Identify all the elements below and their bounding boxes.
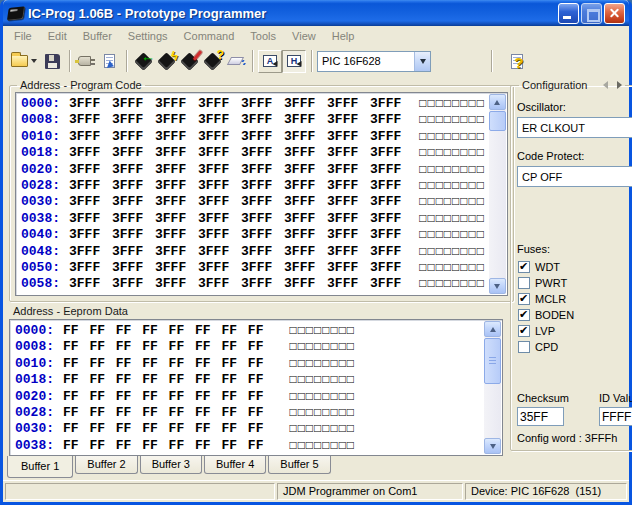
eeprom-row[interactable]: 0028: FF FF FF FF FF FF FF FF □□□□□□□□ xyxy=(15,405,480,421)
row-hex-values[interactable]: 3FFF 3FFF 3FFF 3FFF 3FFF 3FFF 3FFF 3FFF xyxy=(69,145,401,161)
program-code-scrollbar[interactable] xyxy=(489,94,506,294)
row-hex-values[interactable]: FF FF FF FF FF FF FF FF xyxy=(63,405,263,421)
row-hex-values[interactable]: FF FF FF FF FF FF FF FF xyxy=(63,323,263,339)
fuse-row[interactable]: BODEN xyxy=(518,307,632,323)
program-code-row[interactable]: 0028: 3FFF 3FFF 3FFF 3FFF 3FFF 3FFF 3FFF… xyxy=(21,178,485,194)
program-code-row[interactable]: 0000: 3FFF 3FFF 3FFF 3FFF 3FFF 3FFF 3FFF… xyxy=(21,96,485,112)
code-protect-value[interactable] xyxy=(518,167,632,186)
program-code-list[interactable]: 0000: 3FFF 3FFF 3FFF 3FFF 3FFF 3FFF 3FFF… xyxy=(15,92,508,296)
checkbox[interactable] xyxy=(518,261,530,273)
options-button[interactable] xyxy=(98,50,121,73)
row-hex-values[interactable]: 3FFF 3FFF 3FFF 3FFF 3FFF 3FFF 3FFF 3FFF xyxy=(69,260,401,276)
oscillator-value[interactable] xyxy=(518,118,632,137)
minimize-button[interactable] xyxy=(558,3,579,24)
hardware-settings-button[interactable] xyxy=(75,50,98,73)
row-hex-values[interactable]: 3FFF 3FFF 3FFF 3FFF 3FFF 3FFF 3FFF 3FFF xyxy=(69,96,401,112)
hex-view-button[interactable]: H xyxy=(282,50,306,73)
fuse-row[interactable]: CPD xyxy=(518,339,632,355)
program-code-row[interactable]: 0008: 3FFF 3FFF 3FFF 3FFF 3FFF 3FFF 3FFF… xyxy=(21,112,485,128)
checkbox[interactable] xyxy=(518,293,530,305)
row-hex-values[interactable]: FF FF FF FF FF FF FF FF xyxy=(63,389,263,405)
row-hex-values[interactable]: 3FFF 3FFF 3FFF 3FFF 3FFF 3FFF 3FFF 3FFF xyxy=(69,211,401,227)
row-hex-values[interactable]: FF FF FF FF FF FF FF FF xyxy=(63,438,263,454)
maximize-button[interactable] xyxy=(581,3,602,24)
checksum-field[interactable] xyxy=(517,407,564,426)
buffer-tab[interactable]: Buffer 5 xyxy=(268,456,330,474)
eeprom-row[interactable]: 0010: FF FF FF FF FF FF FF FF □□□□□□□□ xyxy=(15,356,480,372)
fuse-row[interactable]: LVP xyxy=(518,323,632,339)
row-hex-values[interactable]: 3FFF 3FFF 3FFF 3FFF 3FFF 3FFF 3FFF 3FFF xyxy=(69,244,401,260)
open-dropdown-icon[interactable] xyxy=(31,59,37,63)
fuse-row[interactable]: WDT xyxy=(518,259,632,275)
scroll-down-button[interactable] xyxy=(489,278,506,294)
buffer-tab[interactable]: Buffer 3 xyxy=(140,456,202,474)
buffer-tab[interactable]: Buffer 2 xyxy=(75,456,137,474)
buffer-tab[interactable]: Buffer 1 xyxy=(7,456,73,478)
row-hex-values[interactable]: FF FF FF FF FF FF FF FF xyxy=(63,421,263,437)
row-hex-values[interactable]: FF FF FF FF FF FF FF FF xyxy=(63,372,263,388)
scroll-thumb[interactable] xyxy=(484,338,501,384)
program-code-row[interactable]: 0030: 3FFF 3FFF 3FFF 3FFF 3FFF 3FFF 3FFF… xyxy=(21,194,485,210)
menu-item[interactable]: File xyxy=(6,28,40,44)
verify-chip-button[interactable]: ? xyxy=(201,50,224,73)
row-hex-values[interactable]: 3FFF 3FFF 3FFF 3FFF 3FFF 3FFF 3FFF 3FFF xyxy=(69,112,401,128)
row-hex-values[interactable]: 3FFF 3FFF 3FFF 3FFF 3FFF 3FFF 3FFF 3FFF xyxy=(69,227,401,243)
eeprom-scrollbar[interactable] xyxy=(484,321,501,454)
eeprom-row[interactable]: 0008: FF FF FF FF FF FF FF FF □□□□□□□□ xyxy=(15,339,480,355)
config-prev-icon[interactable] xyxy=(603,81,608,89)
checkbox[interactable] xyxy=(518,309,530,321)
close-button[interactable] xyxy=(604,3,625,24)
checkbox[interactable] xyxy=(518,325,530,337)
eeprom-row[interactable]: 0000: FF FF FF FF FF FF FF FF □□□□□□□□ xyxy=(15,323,480,339)
program-code-row[interactable]: 0038: 3FFF 3FFF 3FFF 3FFF 3FFF 3FFF 3FFF… xyxy=(21,211,485,227)
program-code-row[interactable]: 0018: 3FFF 3FFF 3FFF 3FFF 3FFF 3FFF 3FFF… xyxy=(21,145,485,161)
eeprom-row[interactable]: 0038: FF FF FF FF FF FF FF FF □□□□□□□□ xyxy=(15,438,480,454)
id-value-field[interactable] xyxy=(599,407,632,426)
open-file-button[interactable] xyxy=(8,50,31,73)
menu-item[interactable]: Help xyxy=(324,28,363,44)
menu-item[interactable]: Buffer xyxy=(75,28,120,44)
device-select-value[interactable] xyxy=(318,52,414,71)
fuse-row[interactable]: PWRT xyxy=(518,275,632,291)
fuse-row[interactable]: MCLR xyxy=(518,291,632,307)
program-code-row[interactable]: 0050: 3FFF 3FFF 3FFF 3FFF 3FFF 3FFF 3FFF… xyxy=(21,260,485,276)
program-chip-button[interactable]: ϟ xyxy=(155,50,178,73)
scroll-down-button[interactable] xyxy=(484,438,501,454)
config-next-icon[interactable] xyxy=(617,81,622,89)
code-protect-select[interactable] xyxy=(517,166,632,187)
row-hex-values[interactable]: 3FFF 3FFF 3FFF 3FFF 3FFF 3FFF 3FFF 3FFF xyxy=(69,276,401,292)
title-bar[interactable]: IC-Prog 1.06B - Prototype Programmer xyxy=(3,0,629,26)
row-hex-values[interactable]: FF FF FF FF FF FF FF FF xyxy=(63,356,263,372)
checkbox[interactable] xyxy=(518,277,530,289)
eeprom-row[interactable]: 0018: FF FF FF FF FF FF FF FF □□□□□□□□ xyxy=(15,372,480,388)
menu-item[interactable]: View xyxy=(284,28,324,44)
program-code-row[interactable]: 0048: 3FFF 3FFF 3FFF 3FFF 3FFF 3FFF 3FFF… xyxy=(21,244,485,260)
scroll-up-button[interactable] xyxy=(484,321,501,337)
row-hex-values[interactable]: FF FF FF FF FF FF FF FF xyxy=(63,339,263,355)
row-hex-values[interactable]: 3FFF 3FFF 3FFF 3FFF 3FFF 3FFF 3FFF 3FFF xyxy=(69,162,401,178)
save-file-button[interactable] xyxy=(41,50,64,73)
erase-chip-button[interactable] xyxy=(178,50,201,73)
menu-item[interactable]: Command xyxy=(176,28,243,44)
row-hex-values[interactable]: 3FFF 3FFF 3FFF 3FFF 3FFF 3FFF 3FFF 3FFF xyxy=(69,129,401,145)
oscillator-select[interactable] xyxy=(517,117,632,138)
row-hex-values[interactable]: 3FFF 3FFF 3FFF 3FFF 3FFF 3FFF 3FFF 3FFF xyxy=(69,178,401,194)
program-code-row[interactable]: 0020: 3FFF 3FFF 3FFF 3FFF 3FFF 3FFF 3FFF… xyxy=(21,162,485,178)
read-chip-button[interactable]: ← xyxy=(132,50,155,73)
app-chip-icon[interactable] xyxy=(7,6,25,21)
program-code-row[interactable]: 0040: 3FFF 3FFF 3FFF 3FFF 3FFF 3FFF 3FFF… xyxy=(21,227,485,243)
program-code-row[interactable]: 0058: 3FFF 3FFF 3FFF 3FFF 3FFF 3FFF 3FFF… xyxy=(21,276,485,292)
help-button[interactable]: ? xyxy=(505,50,528,73)
checkbox[interactable] xyxy=(518,341,530,353)
menu-item[interactable]: Settings xyxy=(120,28,176,44)
device-select[interactable] xyxy=(317,51,431,72)
eeprom-data-list[interactable]: 0000: FF FF FF FF FF FF FF FF □□□□□□□□ 0… xyxy=(9,319,503,456)
menu-item[interactable]: Edit xyxy=(40,28,75,44)
device-select-dropdown-button[interactable] xyxy=(414,52,430,71)
row-hex-values[interactable]: 3FFF 3FFF 3FFF 3FFF 3FFF 3FFF 3FFF 3FFF xyxy=(69,194,401,210)
scroll-thumb[interactable] xyxy=(489,111,506,131)
blank-check-button[interactable] xyxy=(224,50,247,73)
ascii-view-button[interactable]: A xyxy=(258,50,282,73)
program-code-row[interactable]: 0010: 3FFF 3FFF 3FFF 3FFF 3FFF 3FFF 3FFF… xyxy=(21,129,485,145)
eeprom-row[interactable]: 0020: FF FF FF FF FF FF FF FF □□□□□□□□ xyxy=(15,389,480,405)
